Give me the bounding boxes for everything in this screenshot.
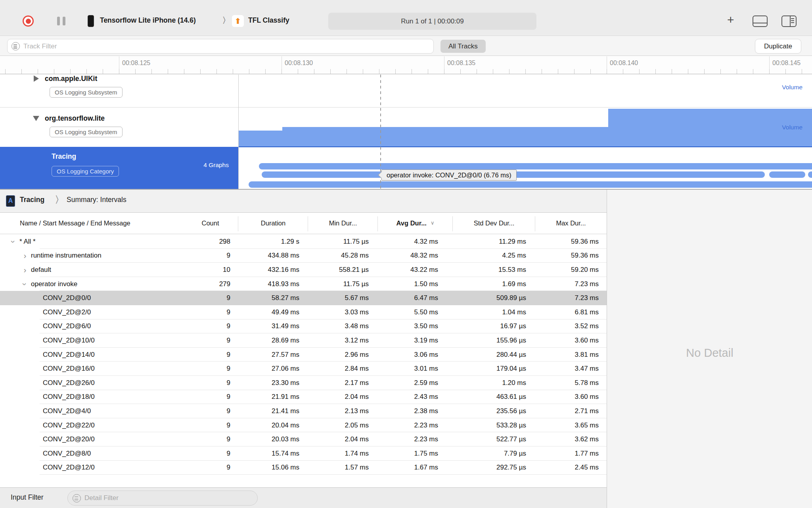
cell-duration: 432.16 ms <box>238 266 308 274</box>
run-status: Run 1 of 1 | 00:00:09 <box>328 13 536 30</box>
table-row[interactable]: ›default10432.16 ms558.21 µs43.22 ms15.5… <box>0 263 607 277</box>
ruler-tick <box>265 69 266 74</box>
track-filter-field[interactable] <box>7 39 434 54</box>
column-header-std-dev-dur[interactable]: Std Dev Dur... <box>453 219 535 227</box>
disclosure-collapsed-icon[interactable] <box>34 75 39 82</box>
cell-count: 9 <box>182 393 238 401</box>
ruler-tick <box>54 69 54 74</box>
interval-capsule[interactable] <box>769 171 805 178</box>
cell-avg-dur: 1.67 ms <box>378 464 453 471</box>
volume-graph-segment[interactable] <box>608 109 812 147</box>
table-row[interactable]: CONV_2D@6/0931.49 ms3.48 ms3.50 ms16.97 … <box>0 319 607 334</box>
ruler-tick <box>151 69 152 74</box>
column-header-avg-dur[interactable]: Avg Dur...∨ <box>378 219 453 227</box>
table-row[interactable]: CONV_2D@8/0915.74 ms1.74 ms1.75 ms7.79 µ… <box>0 446 607 461</box>
ruler-tick <box>103 69 103 74</box>
timeline-ruler[interactable]: 00:08.12500:08.13000:08.13500:08.14000:0… <box>0 56 812 74</box>
ruler-tick <box>363 69 363 74</box>
track-title-uikit[interactable]: com.apple.UIKit <box>45 75 97 83</box>
table-row[interactable]: CONV_2D@12/0915.06 ms1.57 ms1.67 ms292.7… <box>0 461 607 475</box>
cell-name: CONV_2D@8/0 <box>0 450 182 458</box>
track-area: com.apple.UIKit OS Logging Subsystem Vol… <box>0 75 812 189</box>
cell-name: ›runtime instrumentation <box>0 252 182 260</box>
cell-avg-dur: 3.50 ms <box>378 322 453 330</box>
filter-icon <box>73 494 81 502</box>
cell-min-dur: 11.75 µs <box>308 280 378 288</box>
track-filter-bar: All Tracks Duplicate <box>0 37 812 56</box>
volume-graph-segment[interactable] <box>282 127 608 147</box>
ruler-tick <box>672 69 672 74</box>
add-instrument-button[interactable]: + <box>727 13 734 27</box>
breadcrumb-root[interactable]: Tracing <box>20 196 44 204</box>
cell-avg-dur: 2.59 ms <box>378 379 453 387</box>
table-row[interactable]: CONV_2D@20/0920.03 ms2.04 ms2.23 ms522.7… <box>0 432 607 446</box>
detail-filter-field[interactable] <box>67 491 258 506</box>
table-row[interactable]: CONV_2D@18/0921.91 ms2.04 ms2.43 ms463.6… <box>0 390 607 404</box>
row-name-label: runtime instrumentation <box>31 252 102 260</box>
track-title-tensorflow[interactable]: org.tensorflow.lite <box>45 114 105 123</box>
table-row[interactable]: ›* All *2981.29 s11.75 µs4.32 ms11.29 ms… <box>0 235 607 249</box>
cell-min-dur: 2.84 ms <box>308 365 378 373</box>
cell-std-dev-dur: 509.89 µs <box>453 294 535 302</box>
cell-max-dur: 2.71 ms <box>535 407 607 415</box>
table-row[interactable]: CONV_2D@10/0928.69 ms3.12 ms3.19 ms155.9… <box>0 333 607 348</box>
ruler-tick <box>477 69 477 74</box>
column-header-min-dur[interactable]: Min Dur... <box>308 219 378 227</box>
column-header-max-dur[interactable]: Max Dur... <box>535 219 607 227</box>
toggle-right-panel-button[interactable] <box>781 15 797 27</box>
row-name-label: CONV_2D@26/0 <box>43 379 95 387</box>
table-row[interactable]: ›runtime instrumentation9434.88 ms45.28 … <box>0 249 607 263</box>
table-row[interactable]: CONV_2D@4/0921.41 ms2.13 ms2.38 ms235.56… <box>0 404 607 418</box>
table-row[interactable]: CONV_2D@26/0923.30 ms2.17 ms2.59 ms1.20 … <box>0 376 607 390</box>
cell-name: CONV_2D@18/0 <box>0 393 182 401</box>
cell-duration: 21.91 ms <box>238 393 308 401</box>
disclosure-expanded-icon[interactable] <box>33 116 39 121</box>
row-name-label: CONV_2D@6/0 <box>43 322 91 330</box>
table-row[interactable]: CONV_2D@0/0958.27 ms5.67 ms6.47 ms509.89… <box>0 291 607 305</box>
cell-duration: 27.57 ms <box>238 351 308 359</box>
table-row[interactable]: CONV_2D@2/0949.49 ms3.03 ms5.50 ms1.04 m… <box>0 305 607 319</box>
cell-count: 9 <box>182 337 238 344</box>
ruler-tick <box>200 69 201 74</box>
cell-min-dur: 3.03 ms <box>308 308 378 316</box>
target-selector[interactable]: TFL Classify <box>248 16 289 25</box>
ruler-tick <box>428 69 428 74</box>
cell-max-dur: 3.81 ms <box>535 351 607 359</box>
all-tracks-button[interactable]: All Tracks <box>440 40 486 53</box>
table-row[interactable]: ›operator invoke279418.93 ms11.75 µs1.50… <box>0 277 607 291</box>
ruler-tick <box>5 69 6 74</box>
track-tracing-selected[interactable]: Tracing OS Logging Category 4 Graphs <box>0 147 238 189</box>
table-row[interactable]: CONV_2D@16/0927.06 ms2.84 ms3.01 ms179.0… <box>0 362 607 376</box>
table-row[interactable]: CONV_2D@22/0920.04 ms2.05 ms2.23 ms533.2… <box>0 418 607 433</box>
interval-capsule[interactable] <box>249 181 812 188</box>
toggle-bottom-panel-button[interactable] <box>753 15 768 27</box>
cell-duration: 58.27 ms <box>238 294 308 302</box>
cell-duration: 15.06 ms <box>238 464 308 471</box>
cell-std-dev-dur: 533.28 µs <box>453 421 535 429</box>
track-filter-input[interactable] <box>23 42 403 50</box>
duplicate-button[interactable]: Duplicate <box>755 39 801 54</box>
volume-graph-segment[interactable] <box>238 131 282 147</box>
ruler-tick <box>282 69 282 74</box>
table-row[interactable]: CONV_2D@14/0927.57 ms2.96 ms3.06 ms280.4… <box>0 348 607 362</box>
column-header-count[interactable]: Count <box>182 219 238 227</box>
detail-filter-input[interactable] <box>84 494 241 502</box>
cell-min-dur: 2.96 ms <box>308 351 378 359</box>
cell-min-dur: 11.75 µs <box>308 238 378 246</box>
column-header-name[interactable]: Name / Start Message / End Message <box>0 219 182 227</box>
column-header-duration[interactable]: Duration <box>238 219 308 227</box>
device-selector[interactable]: Tensorflow Lite iPhone (14.6) <box>100 16 196 25</box>
interval-capsule[interactable] <box>259 163 812 169</box>
pause-button[interactable] <box>57 17 67 25</box>
interval-capsule[interactable] <box>808 171 812 178</box>
ruler-tick <box>249 69 249 74</box>
cell-count: 10 <box>182 266 238 274</box>
cell-std-dev-dur: 1.20 ms <box>453 379 535 387</box>
cell-name: CONV_2D@26/0 <box>0 379 182 387</box>
breadcrumb-page[interactable]: Summary: Intervals <box>67 196 126 204</box>
cell-count: 9 <box>182 365 238 373</box>
cell-count: 9 <box>182 464 238 471</box>
ruler-time-label: 00:08.130 <box>285 60 313 67</box>
record-button[interactable] <box>23 15 34 27</box>
ruler-tick <box>493 69 493 74</box>
